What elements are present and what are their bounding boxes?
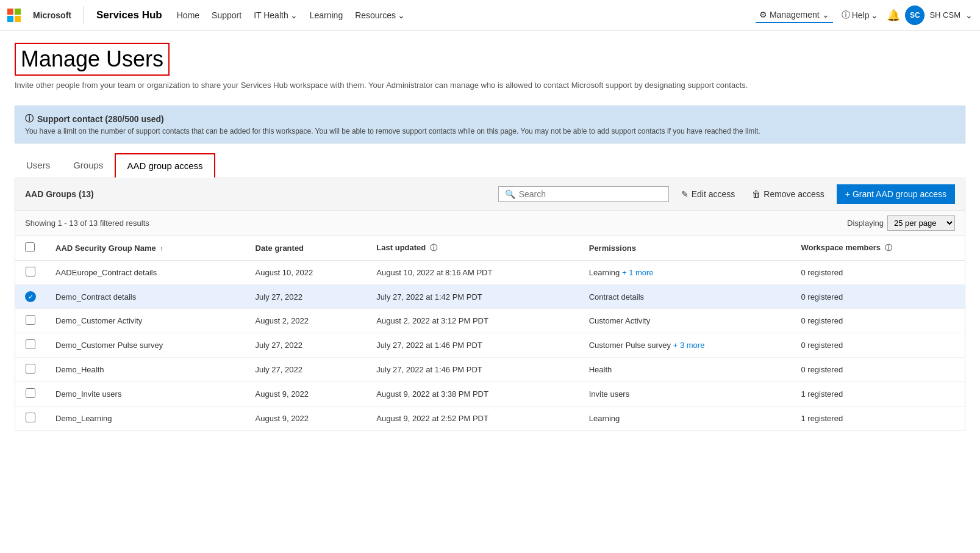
page-subtitle: Invite other people from your team or or… xyxy=(15,81,965,90)
help-icon: ⓘ xyxy=(842,10,850,21)
row-last-updated: August 2, 2022 at 3:12 PM PDT xyxy=(367,309,579,333)
tab-groups[interactable]: Groups xyxy=(62,153,115,178)
tab-users[interactable]: Users xyxy=(15,153,62,178)
info-circle-icon[interactable]: ⓘ xyxy=(885,244,892,252)
notifications-icon[interactable]: 🔔 xyxy=(887,9,900,22)
row-permissions: Invite users xyxy=(579,382,792,407)
column-name[interactable]: AAD Security Group Name ↑ xyxy=(46,236,246,261)
row-date-granted: July 27, 2022 xyxy=(246,358,367,382)
select-all-checkbox[interactable] xyxy=(25,242,35,252)
row-checkbox[interactable] xyxy=(26,267,35,276)
row-workspace-members: 0 registered xyxy=(791,358,965,382)
group-count: AAD Groups (13) xyxy=(25,189,491,199)
displaying-label: Displaying xyxy=(847,219,884,228)
row-checkbox-cell: ✓ xyxy=(15,285,46,309)
row-checkbox-cell xyxy=(15,382,46,407)
row-last-updated: July 27, 2022 at 1:46 PM PDT xyxy=(367,358,579,382)
row-last-updated: August 9, 2022 at 2:52 PM PDT xyxy=(367,407,579,431)
checked-icon[interactable]: ✓ xyxy=(25,291,36,302)
per-page-dropdown[interactable]: 25 per page 50 per page 100 per page xyxy=(887,215,955,231)
help-label: Help xyxy=(852,10,870,20)
info-circle-icon[interactable]: ⓘ xyxy=(430,244,437,252)
row-last-updated: August 10, 2022 at 8:16 AM PDT xyxy=(367,261,579,285)
row-last-updated: August 9, 2022 at 3:38 PM PDT xyxy=(367,382,579,407)
column-workspace-members: Workspace members ⓘ xyxy=(791,236,965,261)
info-banner-title-text: Support contact (280/500 used) xyxy=(37,114,164,124)
info-circle-icon: ⓘ xyxy=(25,114,34,125)
nav-learning[interactable]: Learning xyxy=(305,8,348,23)
info-banner-title: ⓘ Support contact (280/500 used) xyxy=(25,114,955,125)
row-workspace-members: 1 registered xyxy=(791,382,965,407)
page-content: Manage Users Invite other people from yo… xyxy=(0,31,980,431)
row-checkbox[interactable] xyxy=(26,413,35,422)
row-permissions: Customer Activity xyxy=(579,309,792,333)
row-name: Demo_Customer Pulse survey xyxy=(46,333,246,358)
row-date-granted: August 9, 2022 xyxy=(246,407,367,431)
table-row: ✓Demo_Contract detailsJuly 27, 2022July … xyxy=(15,285,965,309)
row-name: Demo_Customer Activity xyxy=(46,309,246,333)
edit-access-button[interactable]: ✎ Edit access xyxy=(676,187,740,201)
row-date-granted: August 9, 2022 xyxy=(246,382,367,407)
microsoft-logo xyxy=(7,9,21,22)
grant-label: + Grant AAD group access xyxy=(845,189,946,199)
avatar[interactable]: SC xyxy=(905,5,925,25)
nav-username[interactable]: SH CSM xyxy=(929,10,960,20)
table-row: Demo_Invite usersAugust 9, 2022August 9,… xyxy=(15,382,965,407)
row-checkbox-cell xyxy=(15,309,46,333)
row-checkbox[interactable] xyxy=(26,339,35,349)
nav-bar: Microsoft Services Hub Home Support IT H… xyxy=(0,0,980,31)
row-permissions: Learning xyxy=(579,407,792,431)
info-banner-text: You have a limit on the number of suppor… xyxy=(25,127,955,136)
nav-help[interactable]: ⓘ Help ⌄ xyxy=(838,7,882,23)
row-checkbox-cell xyxy=(15,358,46,382)
table-row: AADEurope_Contract detailsAugust 10, 202… xyxy=(15,261,965,285)
row-name: Demo_Health xyxy=(46,358,246,382)
column-date-granted[interactable]: Date granted xyxy=(246,236,367,261)
nav-right: ⚙ Management ⌄ ⓘ Help ⌄ 🔔 SC SH CSM ⌄ xyxy=(756,5,973,25)
row-workspace-members: 0 registered xyxy=(791,261,965,285)
row-checkbox-cell xyxy=(15,261,46,285)
tab-aad-group-access[interactable]: AAD group access xyxy=(115,153,215,178)
permissions-extra-link[interactable]: + 1 more xyxy=(622,268,654,277)
nav-home[interactable]: Home xyxy=(172,8,204,23)
nav-management[interactable]: ⚙ Management ⌄ xyxy=(756,7,833,23)
search-box[interactable]: 🔍 xyxy=(498,186,669,202)
row-name: Demo_Learning xyxy=(46,407,246,431)
search-input[interactable] xyxy=(519,189,662,199)
row-checkbox-cell xyxy=(15,333,46,358)
permissions-extra-link[interactable]: + 3 more xyxy=(673,341,705,350)
table-header-row: AAD Security Group Name ↑ Date granted L… xyxy=(15,236,965,261)
row-checkbox-cell xyxy=(15,407,46,431)
tabs: Users Groups AAD group access xyxy=(15,153,965,178)
nav-support[interactable]: Support xyxy=(207,8,246,23)
chevron-down-icon: ⌄ xyxy=(398,10,405,20)
row-date-granted: August 2, 2022 xyxy=(246,309,367,333)
showing-text: Showing 1 - 13 of 13 filtered results xyxy=(25,219,149,228)
column-last-updated[interactable]: Last updated ⓘ xyxy=(367,236,579,261)
row-date-granted: August 10, 2022 xyxy=(246,261,367,285)
row-checkbox[interactable] xyxy=(26,315,35,325)
nav-brand[interactable]: Services Hub xyxy=(96,9,162,21)
row-checkbox[interactable] xyxy=(26,388,35,398)
chevron-down-icon: ⌄ xyxy=(290,10,298,20)
avatar-initials: SC xyxy=(910,11,920,20)
edit-access-label: Edit access xyxy=(692,189,735,199)
table-row: Demo_Customer ActivityAugust 2, 2022Augu… xyxy=(15,309,965,333)
row-name: AADEurope_Contract details xyxy=(46,261,246,285)
row-permissions: Customer Pulse survey + 3 more xyxy=(579,333,792,358)
page-title: Manage Users xyxy=(15,43,170,76)
row-workspace-members: 1 registered xyxy=(791,407,965,431)
remove-access-button[interactable]: 🗑 Remove access xyxy=(747,187,829,201)
nav-it-health[interactable]: IT Health ⌄ xyxy=(249,8,302,23)
sort-asc-icon: ↑ xyxy=(160,245,163,252)
row-permissions: Learning + 1 more xyxy=(579,261,792,285)
results-bar: Showing 1 - 13 of 13 filtered results Di… xyxy=(15,211,965,236)
remove-access-label: Remove access xyxy=(764,189,824,199)
management-label: Management xyxy=(770,10,820,20)
column-checkbox xyxy=(15,236,46,261)
row-checkbox[interactable] xyxy=(26,364,35,374)
column-permissions: Permissions xyxy=(579,236,792,261)
edit-icon: ✎ xyxy=(681,189,689,199)
grant-aad-group-access-button[interactable]: + Grant AAD group access xyxy=(837,184,955,204)
nav-resources[interactable]: Resources ⌄ xyxy=(350,8,410,23)
